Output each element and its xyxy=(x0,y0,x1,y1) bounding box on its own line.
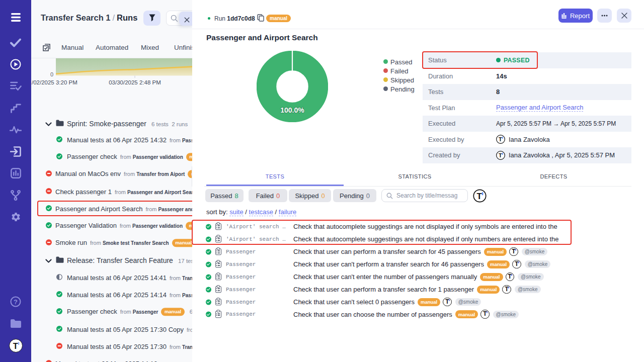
svg-text:100.0%: 100.0% xyxy=(280,106,304,114)
svg-text:?: ? xyxy=(14,298,18,306)
svg-text:T: T xyxy=(477,192,482,201)
svg-text:0: 0 xyxy=(50,71,53,77)
svg-text:T: T xyxy=(13,341,18,350)
svg-text:T: T xyxy=(499,152,502,158)
svg-text:T: T xyxy=(499,136,502,142)
svg-text:/02/2025 3:20 PM: /02/2025 3:20 PM xyxy=(32,79,77,85)
svg-text:03/30/2025 2:48 PM: 03/30/2025 2:48 PM xyxy=(109,79,161,85)
